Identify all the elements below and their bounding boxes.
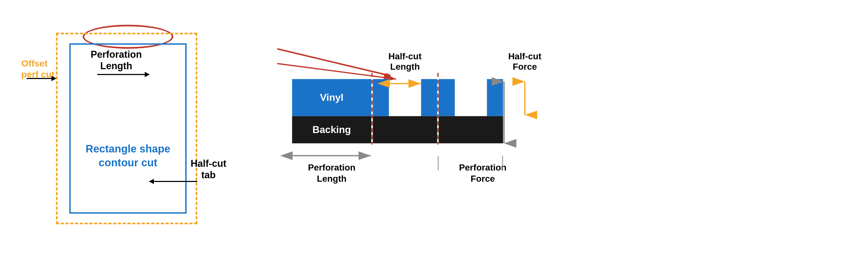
svg-text:Backing: Backing xyxy=(312,124,351,135)
right-diagram: Vinyl Backing Half-cut Length xyxy=(277,14,847,243)
left-diagram: Offset perf cut Perforation Length Recta… xyxy=(21,17,229,246)
svg-text:Perforation: Perforation xyxy=(308,162,355,172)
svg-text:Perforation: Perforation xyxy=(459,162,506,172)
rect-shape-contour-cut-label: Rectangle shape contour cut xyxy=(73,142,183,170)
half-cut-tab-arrow-line xyxy=(149,181,197,182)
offset-perf-cut-arrow xyxy=(27,78,56,79)
perf-length-arrow xyxy=(97,74,149,75)
svg-text:Half-cut: Half-cut xyxy=(508,51,541,61)
svg-text:Half-cut: Half-cut xyxy=(389,51,422,61)
svg-line-38 xyxy=(277,37,389,75)
svg-rect-17 xyxy=(373,116,437,143)
half-cut-tab-label: Half-cut tab xyxy=(191,158,226,181)
svg-rect-20 xyxy=(487,79,503,116)
offset-arrow-line xyxy=(27,78,56,79)
svg-text:Length: Length xyxy=(390,62,420,72)
svg-rect-21 xyxy=(439,116,503,143)
main-container: Offset perf cut Perforation Length Recta… xyxy=(0,0,868,257)
perforation-length-label: Perforation Length xyxy=(91,49,142,72)
half-cut-tab-arrow xyxy=(149,181,197,182)
svg-text:Length: Length xyxy=(317,174,347,184)
svg-rect-15 xyxy=(373,79,389,116)
svg-text:Vinyl: Vinyl xyxy=(320,92,343,103)
svg-overlay: Vinyl Backing Half-cut Length xyxy=(277,14,847,243)
perf-length-arrow-line xyxy=(97,74,149,75)
svg-text:Force: Force xyxy=(513,62,537,72)
svg-rect-12 xyxy=(292,116,371,143)
svg-rect-19 xyxy=(439,79,455,116)
svg-text:Force: Force xyxy=(470,174,495,184)
offset-perf-cut-label: Offset perf cut xyxy=(21,58,55,80)
svg-rect-10 xyxy=(292,79,371,116)
svg-rect-16 xyxy=(421,79,437,116)
svg-marker-39 xyxy=(386,73,391,78)
svg-line-0 xyxy=(277,41,396,79)
